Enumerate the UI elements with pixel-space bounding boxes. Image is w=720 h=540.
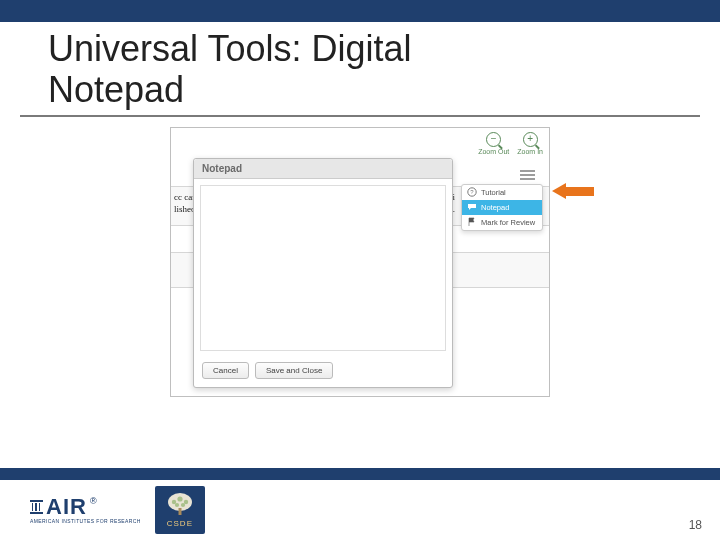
flag-icon bbox=[467, 218, 477, 227]
save-and-close-button[interactable]: Save and Close bbox=[255, 362, 333, 379]
menu-item-label: Mark for Review bbox=[481, 218, 535, 227]
logo-row: AIR ® AMERICAN INSTITUTES FOR RESEARCH C… bbox=[0, 480, 720, 540]
speech-bubble-icon bbox=[467, 203, 477, 212]
csde-logo-text: CSDE bbox=[167, 519, 193, 528]
question-icon: ? bbox=[467, 188, 477, 197]
svg-point-7 bbox=[175, 503, 179, 507]
air-logo-text: AIR bbox=[46, 496, 87, 518]
footer-band bbox=[0, 468, 720, 480]
registered-icon: ® bbox=[90, 496, 97, 506]
zoom-in-label: Zoom In bbox=[517, 148, 543, 155]
zoom-controls: − Zoom Out + Zoom In bbox=[478, 132, 543, 155]
notepad-footer: Cancel Save and Close bbox=[194, 357, 452, 387]
slide-footer: AIR ® AMERICAN INSTITUTES FOR RESEARCH C… bbox=[0, 468, 720, 540]
callout-arrow bbox=[552, 183, 594, 199]
top-bar bbox=[0, 0, 720, 22]
hamburger-icon[interactable] bbox=[520, 170, 535, 180]
notepad-textarea[interactable] bbox=[200, 185, 446, 351]
context-menu: ? Tutorial Notepad Mark for Review bbox=[461, 184, 543, 231]
notepad-dialog: Notepad Cancel Save and Close bbox=[193, 158, 453, 388]
tree-icon bbox=[165, 492, 195, 518]
zoom-out-label: Zoom Out bbox=[478, 148, 509, 155]
title-line-2: Notepad bbox=[48, 69, 184, 110]
magnifier-minus-icon: − bbox=[486, 132, 501, 147]
zoom-out-button[interactable]: − Zoom Out bbox=[478, 132, 509, 155]
notepad-header: Notepad bbox=[194, 159, 452, 179]
menu-item-label: Notepad bbox=[481, 203, 509, 212]
title-line-1: Universal Tools: Digital bbox=[48, 28, 411, 69]
svg-point-8 bbox=[181, 503, 185, 507]
air-logo: AIR ® AMERICAN INSTITUTES FOR RESEARCH bbox=[30, 496, 141, 524]
menu-item-mark-for-review[interactable]: Mark for Review bbox=[462, 215, 542, 230]
csde-logo: CSDE bbox=[155, 486, 205, 534]
svg-point-5 bbox=[177, 496, 182, 501]
zoom-in-button[interactable]: + Zoom In bbox=[517, 132, 543, 155]
menu-item-tutorial[interactable]: ? Tutorial bbox=[462, 185, 542, 200]
pillar-icon bbox=[30, 500, 43, 514]
svg-text:?: ? bbox=[470, 190, 474, 196]
cancel-button[interactable]: Cancel bbox=[202, 362, 249, 379]
app-screenshot: − Zoom Out + Zoom In cc can t lished bli… bbox=[170, 127, 550, 397]
slide-title: Universal Tools: Digital Notepad bbox=[20, 22, 700, 117]
svg-rect-3 bbox=[178, 508, 181, 515]
page-number: 18 bbox=[689, 518, 702, 532]
arrow-shaft bbox=[566, 187, 594, 196]
air-logo-subtext: AMERICAN INSTITUTES FOR RESEARCH bbox=[30, 518, 141, 524]
menu-item-notepad[interactable]: Notepad bbox=[462, 200, 542, 215]
menu-item-label: Tutorial bbox=[481, 188, 506, 197]
magnifier-plus-icon: + bbox=[523, 132, 538, 147]
arrow-head-icon bbox=[552, 183, 566, 199]
